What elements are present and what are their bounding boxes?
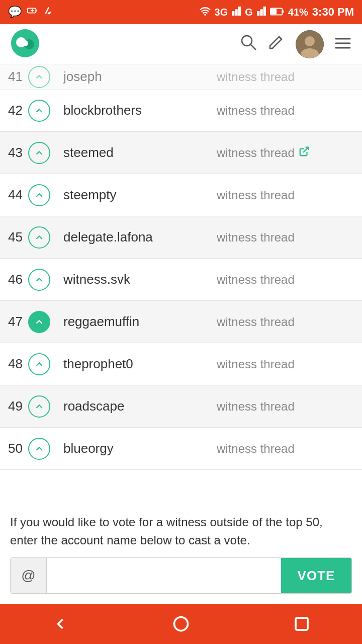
svg-rect-30 bbox=[296, 618, 308, 630]
witness-thread[interactable]: witness thread bbox=[209, 399, 362, 414]
avatar[interactable] bbox=[296, 30, 324, 58]
partial-name-cell: joseph bbox=[55, 69, 209, 85]
thread-label: witness thread bbox=[217, 230, 295, 245]
whatsapp-icon: 💬 bbox=[8, 6, 22, 19]
network-label: 3G bbox=[215, 7, 228, 18]
upvote-button[interactable] bbox=[28, 184, 50, 206]
svg-marker-6 bbox=[235, 9, 238, 16]
recents-button[interactable] bbox=[282, 604, 322, 644]
battery-percent: 41% bbox=[288, 7, 308, 18]
witness-thread[interactable]: witness thread bbox=[209, 146, 362, 160]
upvote-button[interactable] bbox=[28, 395, 50, 418]
status-bar: 💬 3G G 41% 3:30 PM bbox=[0, 0, 362, 24]
thread-label: witness thread bbox=[217, 399, 295, 414]
footer-text: If you would like to vote for a witness … bbox=[0, 501, 362, 557]
rank-number: 48 bbox=[8, 356, 23, 372]
witness-thread[interactable]: witness thread bbox=[209, 315, 362, 329]
rank-cell: 50 bbox=[0, 438, 55, 460]
battery-icon bbox=[270, 7, 284, 18]
rank-number: 50 bbox=[8, 441, 23, 456]
carrier-label: G bbox=[245, 7, 253, 18]
table-row: 47reggaemuffinwitness thread bbox=[0, 301, 362, 343]
upvote-button[interactable] bbox=[28, 438, 50, 460]
edit-icon[interactable] bbox=[267, 34, 286, 54]
partial-rank-cell: 41 bbox=[0, 66, 55, 88]
account-name-input[interactable] bbox=[47, 558, 281, 593]
witness-name: steempty bbox=[55, 187, 209, 203]
rank-cell: 46 bbox=[0, 269, 55, 291]
signal-icon bbox=[232, 7, 241, 18]
witness-thread[interactable]: witness thread bbox=[209, 273, 362, 287]
witness-thread[interactable]: witness thread bbox=[209, 230, 362, 245]
rank-cell: 47 bbox=[0, 311, 55, 333]
rank-number: 43 bbox=[8, 145, 23, 160]
carrier-signal-icon bbox=[257, 7, 266, 18]
wifi-icon bbox=[200, 7, 211, 18]
rank-number: 45 bbox=[8, 229, 23, 245]
rank-number: 46 bbox=[8, 272, 23, 287]
svg-marker-5 bbox=[232, 11, 234, 16]
upvote-button[interactable] bbox=[28, 269, 50, 291]
home-button[interactable] bbox=[161, 604, 201, 644]
partial-witness-row: 41 joseph witness thread bbox=[0, 64, 362, 90]
thread-label: witness thread bbox=[217, 273, 295, 287]
clean-icon bbox=[43, 5, 54, 19]
upvote-button[interactable] bbox=[28, 311, 50, 333]
partial-upvote-button[interactable] bbox=[28, 66, 50, 88]
hamburger-menu-icon[interactable] bbox=[334, 34, 352, 54]
back-button[interactable] bbox=[40, 604, 80, 644]
upvote-button[interactable] bbox=[28, 100, 50, 122]
witness-table: 42blockbrotherswitness thread43steemedwi… bbox=[0, 90, 362, 501]
thread-label: witness thread bbox=[217, 146, 295, 160]
svg-rect-1 bbox=[36, 10, 37, 12]
witness-thread[interactable]: witness thread bbox=[209, 357, 362, 371]
witness-name: roadscape bbox=[55, 398, 209, 414]
time-display: 3:30 PM bbox=[312, 6, 354, 19]
rank-number: 44 bbox=[8, 187, 23, 203]
svg-point-4 bbox=[204, 14, 206, 16]
table-row: 50blueorgywitness thread bbox=[0, 428, 362, 470]
table-row: 46witness.svkwitness thread bbox=[0, 259, 362, 301]
witness-name: blueorgy bbox=[55, 441, 209, 456]
thread-label: witness thread bbox=[217, 188, 295, 202]
svg-line-28 bbox=[303, 147, 308, 152]
status-info: 3G G 41% 3:30 PM bbox=[200, 6, 354, 19]
upvote-button[interactable] bbox=[28, 142, 50, 164]
table-row: 48theprophet0witness thread bbox=[0, 343, 362, 385]
svg-rect-12 bbox=[282, 10, 284, 13]
rank-number: 47 bbox=[8, 314, 23, 330]
witness-thread[interactable]: witness thread bbox=[209, 188, 362, 202]
vote-button[interactable]: VOTE bbox=[281, 558, 351, 593]
thread-label: witness thread bbox=[217, 357, 295, 371]
at-prefix: @ bbox=[11, 558, 47, 593]
upvote-button[interactable] bbox=[28, 226, 50, 249]
table-row: 49roadscapewitness thread bbox=[0, 385, 362, 428]
table-row: 45delegate.lafonawitness thread bbox=[0, 216, 362, 259]
svg-marker-7 bbox=[238, 7, 241, 16]
thread-label: witness thread bbox=[217, 442, 295, 456]
toolbar-actions bbox=[239, 30, 352, 58]
rank-cell: 43 bbox=[0, 142, 55, 164]
witness-thread[interactable]: witness thread bbox=[209, 104, 362, 118]
rank-cell: 44 bbox=[0, 184, 55, 206]
thread-label: witness thread bbox=[217, 315, 295, 329]
svg-point-18 bbox=[242, 36, 252, 46]
svg-line-19 bbox=[251, 45, 256, 50]
thread-label: witness thread bbox=[217, 104, 295, 118]
external-link-icon[interactable] bbox=[299, 146, 310, 160]
status-icons: 💬 bbox=[8, 5, 54, 19]
witness-name: theprophet0 bbox=[55, 356, 209, 372]
svg-point-22 bbox=[305, 36, 315, 46]
toolbar bbox=[0, 24, 362, 64]
rank-number: 42 bbox=[8, 103, 23, 118]
search-icon[interactable] bbox=[239, 33, 257, 55]
witness-thread[interactable]: witness thread bbox=[209, 442, 362, 456]
upvote-button[interactable] bbox=[28, 353, 50, 375]
app-logo[interactable] bbox=[10, 28, 40, 60]
partial-rank-num: 41 bbox=[8, 69, 23, 85]
svg-marker-8 bbox=[257, 11, 259, 16]
rank-cell: 42 bbox=[0, 100, 55, 122]
table-row: 44steemptywitness thread bbox=[0, 174, 362, 216]
witness-name: delegate.lafona bbox=[55, 229, 209, 245]
witness-name: reggaemuffin bbox=[55, 314, 209, 330]
